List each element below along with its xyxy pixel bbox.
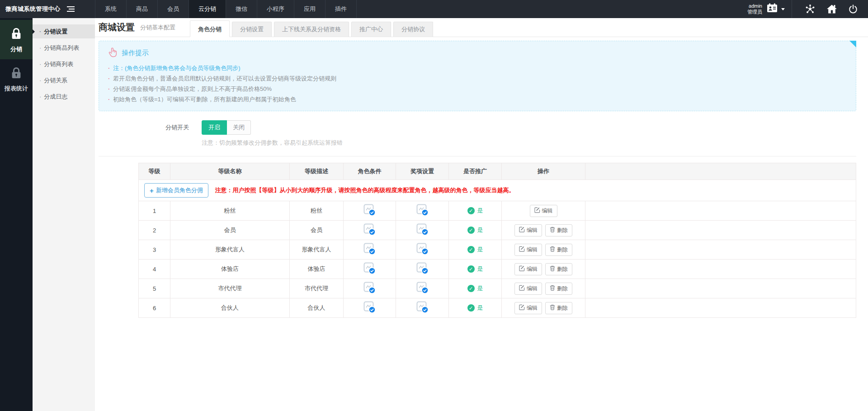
collapse-corner-icon[interactable] [849,41,856,47]
role-condition-edit-icon[interactable] [363,262,376,274]
nav-menu-item[interactable]: 微信 [226,0,257,18]
level-desc-cell: 形象代言人 [290,240,344,260]
module-reports[interactable]: 报表统计 [0,59,33,99]
module-distribution[interactable]: 分销 [0,20,33,59]
sidebar-item[interactable]: ·分销设置 [33,24,95,38]
user-name: admin [747,3,762,9]
delete-button-label: 删除 [557,304,568,312]
nav-menu-item-label: 云分销 [198,5,216,13]
ops-cell: 编辑 [502,201,585,221]
delete-button[interactable]: 删除 [545,283,572,295]
delete-button[interactable]: 删除 [545,302,572,314]
chevron-down-icon [781,8,785,10]
top-navbar: 微商城系统管理中心 系统 商品 会员 云分销 微信 [0,0,868,18]
tab[interactable]: 分销设置 [232,22,272,37]
level-cell: 1 [139,201,170,221]
tab[interactable]: 分销协议 [393,22,433,37]
shortcuts-icon[interactable] [805,4,816,14]
trash-icon [550,304,555,312]
user-menu[interactable] [766,3,785,15]
nav-menu-item[interactable]: 小程序 [257,0,294,18]
level-name-cell: 形象代言人 [170,240,290,260]
reward-setting-edit-icon[interactable] [416,243,429,255]
tip-text: 若开启角色分销，普通会员启用默认分销规则，还可以去设置分销商等级设定分销规则 [113,75,336,82]
logout-power-icon[interactable] [848,4,858,14]
column-header: 操作 [502,163,585,180]
promote-value: 是 [477,207,483,214]
nav-menu-item-label: 应用 [304,5,316,13]
sidebar-item[interactable]: ·分销关系 [33,73,95,87]
role-condition-edit-icon[interactable] [363,223,376,236]
roles-table: 等级 等级名称 等级描述 角色条件 奖项设置 是否推广 操作 [138,163,856,318]
menu-toggle-icon[interactable] [67,6,75,12]
nav-menu-item[interactable]: 插件 [325,0,357,18]
check-circle-icon: ✓ [467,285,475,292]
pencil-icon [519,227,525,234]
role-condition-edit-icon[interactable] [363,282,376,294]
edit-button[interactable]: 编辑 [514,302,542,314]
reward-setting-edit-icon[interactable] [416,301,429,313]
table-row: 1 粉丝 粉丝 [139,201,856,221]
tab-bar: 角色分销 分销设置 上下线关系及分销资格 推广中心 分销 [190,20,433,37]
promote-cell: ✓是 [449,221,502,240]
sidebar-item-label: 分销设置 [44,28,67,35]
reward-setting-edit-icon[interactable] [416,282,429,294]
edit-button-label: 编辑 [527,285,538,293]
nav-menu-item[interactable]: 系统 [95,0,126,18]
module-label: 分销 [10,45,22,53]
tab[interactable]: 上下线关系及分销资格 [274,22,349,37]
toggle-off-button[interactable]: 关闭 [227,120,251,135]
edit-button-label: 编辑 [527,265,538,273]
tip-item: 注：(角色分销新增角色将会与会员等级角色同步) [107,63,848,73]
user-role: 管理员 [747,9,762,15]
navbar-divider [792,0,792,18]
edit-button[interactable]: 编辑 [530,205,557,217]
tab[interactable]: 推广中心 [351,22,391,37]
promote-cell: ✓是 [449,260,502,279]
promote-cell: ✓是 [449,298,502,318]
nav-menu-item[interactable]: 商品 [126,0,157,18]
role-condition-edit-icon[interactable] [363,243,376,255]
edit-button[interactable]: 编辑 [514,244,542,256]
sidebar-item[interactable]: ·分销商品列表 [33,41,95,55]
tip-text: 初始角色（等级=1）可编辑不可删除，所有新建的用户都属于初始角色 [113,96,296,103]
home-icon[interactable] [826,4,837,14]
edit-button[interactable]: 编辑 [514,263,542,275]
add-role-button-label: 新增会员角色分佣 [156,186,203,194]
role-condition-edit-icon[interactable] [363,301,376,313]
edit-button[interactable]: 编辑 [514,283,542,295]
tip-item: 若开启角色分销，普通会员启用默认分销规则，还可以去设置分销商等级设定分销规则 [107,73,848,84]
role-condition-edit-icon[interactable] [363,204,376,216]
tab[interactable]: 角色分销 [190,20,230,37]
check-circle-icon: ✓ [467,304,475,312]
sidebar-item[interactable]: ·分成日志 [33,90,95,104]
pencil-icon [519,246,525,253]
add-role-button[interactable]: + 新增会员角色分佣 [144,183,208,198]
tips-list: 注：(角色分销新增角色将会与会员等级角色同步) 若开启角色分销，普通会员启用默认… [107,63,848,104]
nav-menu-item[interactable]: 云分销 [189,0,226,18]
hand-pointer-icon [108,47,118,59]
tab-label: 上下线关系及分销资格 [282,26,341,33]
nav-menu-item[interactable]: 应用 [294,0,325,18]
switch-note: 注意：切勿频繁修改分佣参数，容易引起系统运算报错 [202,139,868,147]
delete-button[interactable]: 删除 [545,224,572,236]
sidebar-item[interactable]: ·分销商列表 [33,57,95,71]
delete-button[interactable]: 删除 [545,244,572,256]
reward-setting-edit-icon[interactable] [416,262,429,274]
promote-value: 是 [477,246,483,253]
bullet-icon: · [39,77,41,84]
main-content: 商城设置 分销基本配置 角色分销 分销设置 上下线关系及分销资格 [95,18,868,411]
edit-button-label: 编辑 [527,227,538,234]
delete-button[interactable]: 删除 [545,263,572,275]
ops-cell: 编辑 删除 [502,260,585,279]
trash-icon [550,265,555,273]
level-name-cell: 市代代理 [170,279,290,298]
pencil-icon [519,304,525,312]
edit-button[interactable]: 编辑 [514,224,542,236]
level-cell: 6 [139,298,170,318]
nav-menu-item[interactable]: 会员 [157,0,189,18]
reward-setting-edit-icon[interactable] [416,223,429,236]
reward-setting-edit-icon[interactable] [416,204,429,216]
toggle-on-button[interactable]: 开启 [202,120,227,135]
table-row: 2 会员 会员 [139,221,856,240]
